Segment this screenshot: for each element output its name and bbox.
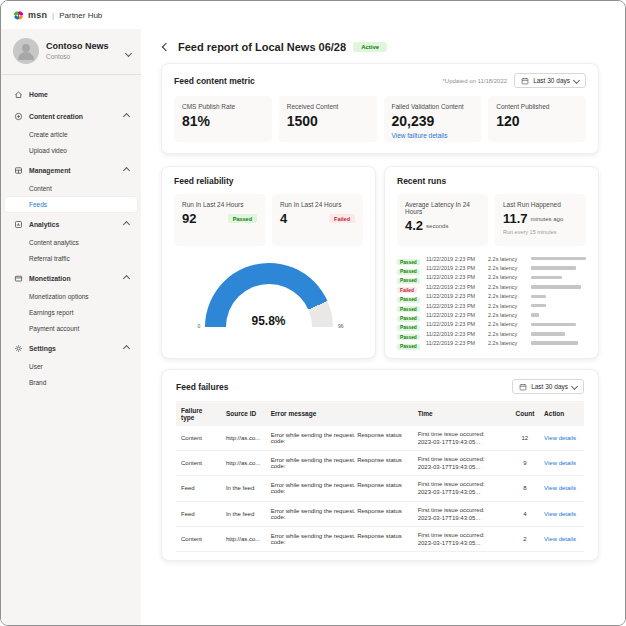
cell-error-message: Error while sending the request. Respons… (266, 476, 413, 501)
sidebar-item-user[interactable]: User (1, 358, 141, 374)
wallet-icon (14, 274, 23, 283)
col-time: Time (413, 401, 511, 426)
chevron-down-icon (573, 77, 580, 84)
kpi-value: 92 (182, 212, 196, 226)
kpi-label: Average Latency In 24 Hours (405, 201, 480, 215)
run-latency-bar (531, 332, 565, 336)
cell-failure-type: Content (176, 426, 221, 451)
home-icon (14, 90, 23, 99)
cell-error-message: Error while sending the request. Respons… (266, 501, 413, 526)
brand-name: msn (28, 10, 47, 20)
sidebar-item-label: Home (29, 91, 48, 98)
recent-runs-list: Passed11/22/2019 2:23 PM2.2s latency Pas… (397, 254, 586, 348)
run-time: 11/22/2019 2:23 PM (426, 312, 483, 318)
kpi-value: 4.2 (405, 219, 423, 233)
sidebar-group-analytics[interactable]: Analytics (1, 215, 141, 234)
view-details-link[interactable]: View details (539, 451, 584, 476)
cell-time: First time issue occurred:2023-03-17T19:… (413, 451, 511, 476)
sidebar-item-feeds[interactable]: Feeds (5, 197, 137, 212)
view-details-link[interactable]: View details (539, 526, 584, 551)
updated-timestamp: *Updated on 11/18/2022 (443, 78, 508, 84)
sidebar-item-brand[interactable]: Brand (1, 374, 141, 390)
chevron-down-icon (126, 42, 131, 60)
date-range-dropdown[interactable]: Last 30 days (512, 379, 584, 394)
runs-passed-tile: Run In Last 24 Hours 92 Passed (174, 194, 265, 246)
run-row: Passed11/22/2019 2:23 PM2.2s latency (397, 254, 586, 263)
cell-count: 4 (511, 501, 540, 526)
sidebar-group-label: Analytics (29, 221, 59, 228)
sidebar-group-monetization[interactable]: Monetization (1, 269, 141, 288)
view-details-link[interactable]: View details (539, 426, 584, 451)
main-content: Feed report of Local News 06/28 Active F… (141, 29, 625, 625)
date-range-dropdown[interactable]: Last 30 days (514, 73, 586, 88)
cell-time: First time issue occurred:2023-03-17T19:… (413, 501, 511, 526)
sidebar-group-content-creation[interactable]: Content creation (1, 107, 141, 126)
card-title: Feed content metric (174, 76, 255, 86)
sidebar-item-monetization-options[interactable]: Monetization options (1, 288, 141, 304)
kpi-label: Run In Last 24 Hours (182, 201, 257, 208)
sidebar-item-payment-account[interactable]: Payment account (1, 320, 141, 336)
chevron-up-icon (123, 345, 130, 352)
run-latency-bar (531, 257, 586, 261)
product-name: Partner Hub (59, 11, 102, 20)
feed-failures-table: Failure type Source ID Error message Tim… (176, 401, 584, 552)
sidebar-group-label: Management (29, 167, 71, 174)
metric-tile: Received Content 1500 (279, 96, 377, 142)
view-details-link[interactable]: View details (539, 501, 584, 526)
metric-label: Content Published (496, 103, 578, 110)
table-row: Content http://as.co... Error while send… (176, 526, 584, 551)
sidebar-group-management[interactable]: Management (1, 161, 141, 180)
sidebar-group-settings[interactable]: Settings (1, 339, 141, 358)
sidebar-group-label: Monetization (29, 275, 71, 282)
sidebar-item-label: Monetization options (29, 293, 89, 300)
grid-icon (14, 166, 23, 175)
feed-reliability-card: Feed reliability Run In Last 24 Hours 92… (161, 166, 376, 359)
sidebar-item-content[interactable]: Content (1, 180, 141, 196)
run-latency-bar (531, 295, 546, 299)
run-frequency-note: Run every 15 minutes (503, 229, 578, 235)
chevron-left-icon (162, 43, 170, 51)
account-switcher[interactable]: Contoso News Contoso (1, 29, 141, 74)
app-window: msn | Partner Hub Contoso News Contoso H (0, 0, 626, 626)
view-failure-details-link[interactable]: View failture details (392, 132, 474, 139)
back-button[interactable] (161, 42, 171, 52)
cell-count: 2 (511, 526, 540, 551)
metric-label: Received Content (287, 103, 369, 110)
run-row: Passed11/22/2019 2:23 PM2.2s latency (397, 339, 586, 348)
sidebar-item-create-article[interactable]: Create article (1, 126, 141, 142)
cell-error-message: Error while sending the request. Respons… (266, 451, 413, 476)
metric-label: CMS Publish Rate (182, 103, 264, 110)
kpi-label: Last Run Happened (503, 201, 578, 208)
sidebar-item-earnings-report[interactable]: Earnings report (1, 304, 141, 320)
run-latency-bar (531, 266, 576, 270)
sidebar-item-home[interactable]: Home (1, 85, 141, 104)
card-title: Feed failures (176, 382, 228, 392)
analytics-icon (14, 220, 23, 229)
sidebar-group-label: Settings (29, 345, 56, 352)
run-latency: 2.2s latency (488, 293, 526, 299)
chevron-down-icon (571, 383, 578, 390)
view-details-link[interactable]: View details (539, 476, 584, 501)
col-count: Count (511, 401, 540, 426)
kpi-unit: seconds (426, 223, 448, 229)
cell-count: 12 (511, 426, 540, 451)
sidebar-divider (1, 74, 141, 75)
run-time: 11/22/2019 2:23 PM (426, 340, 483, 346)
feed-content-metric-card: Feed content metric *Updated on 11/18/20… (161, 63, 599, 154)
table-row: Content http://as.co... Error while send… (176, 426, 584, 451)
col-error-message: Error message (266, 401, 413, 426)
metric-value: 81% (182, 114, 264, 129)
kpi-unit: minutes ago (531, 216, 564, 222)
calendar-icon (519, 383, 527, 391)
sidebar-item-upload-video[interactable]: Upload video (1, 142, 141, 158)
kpi-value: 4 (280, 212, 287, 226)
sidebar-item-content-analytics[interactable]: Content analytics (1, 234, 141, 250)
sidebar-item-referral-traffic[interactable]: Referral traffic (1, 250, 141, 266)
runs-failed-tile: Run In Last 24 Hours 4 Failed (272, 194, 363, 246)
recent-runs-card: Recent runs Average Latency In 24 Hours … (384, 166, 599, 359)
cell-count: 9 (511, 451, 540, 476)
run-latency: 2.2s latency (488, 303, 526, 309)
run-time: 11/22/2019 2:23 PM (426, 284, 483, 290)
run-time: 11/22/2019 2:23 PM (426, 303, 483, 309)
sidebar-item-label: Create article (29, 131, 68, 138)
